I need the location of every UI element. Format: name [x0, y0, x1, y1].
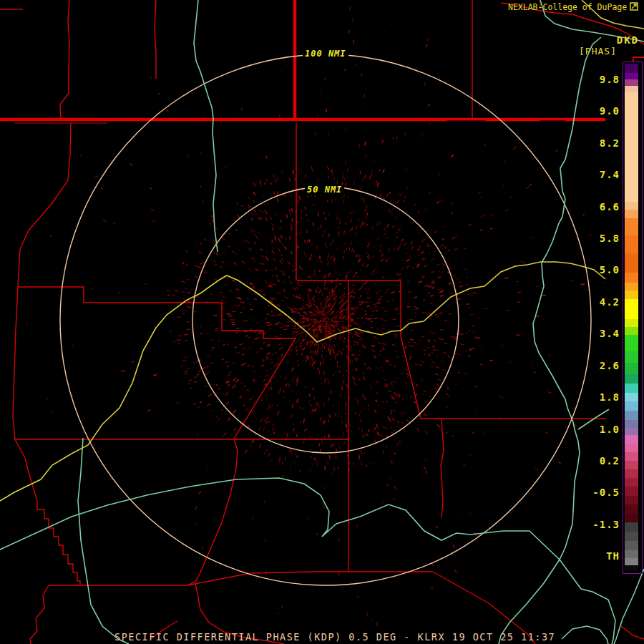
clutter-speck [424, 208, 426, 210]
clutter-speck [339, 307, 342, 309]
clutter-speck [327, 264, 328, 266]
clutter-speck [423, 349, 426, 351]
colorbar-segment [625, 335, 638, 351]
clutter-speck [306, 214, 307, 216]
clutter-speck [403, 200, 405, 203]
clutter-speck [426, 243, 429, 245]
river-line [194, 0, 218, 252]
clutter-speck [200, 326, 202, 327]
clutter-speck [210, 339, 213, 341]
clutter-speck [184, 373, 188, 375]
clutter-speck [237, 305, 240, 306]
clutter-speck [339, 366, 341, 368]
clutter-speck [223, 238, 225, 240]
clutter-speck [343, 338, 346, 340]
clutter-speck [409, 255, 411, 257]
clutter-speck [293, 177, 295, 181]
clutter-speck [376, 423, 379, 426]
clutter-speck [475, 386, 477, 387]
clutter-speck [79, 154, 82, 157]
clutter-speck [277, 403, 279, 406]
radar-map-canvas[interactable] [0, 0, 644, 644]
clutter-speck [366, 612, 368, 616]
clutter-speck [358, 259, 361, 263]
clutter-speck [439, 291, 443, 293]
clutter-speck [260, 348, 263, 350]
clutter-speck [251, 410, 254, 414]
clutter-speck [260, 364, 264, 367]
clutter-speck [361, 106, 362, 107]
county-boundary-line [15, 439, 80, 585]
clutter-speck [72, 345, 74, 346]
clutter-speck [396, 308, 399, 309]
clutter-speck [443, 246, 447, 249]
clutter-speck [414, 203, 416, 205]
clutter-speck [355, 399, 357, 401]
clutter-speck [252, 366, 254, 367]
clutter-speck [418, 233, 420, 235]
clutter-speck [215, 328, 218, 329]
clutter-speck [379, 249, 382, 252]
clutter-speck [419, 249, 421, 251]
clutter-speck [356, 225, 358, 230]
clutter-speck [235, 253, 238, 255]
clutter-speck [383, 347, 385, 348]
clutter-speck [232, 250, 234, 253]
box-arrow-icon[interactable] [630, 2, 638, 13]
clutter-speck [268, 452, 271, 457]
clutter-speck [429, 332, 432, 333]
clutter-speck [394, 336, 396, 338]
clutter-speck [212, 260, 215, 263]
clutter-speck [423, 466, 426, 469]
clutter-speck [407, 341, 410, 343]
clutter-speck [404, 347, 407, 349]
clutter-speck [172, 294, 175, 296]
clutter-speck [401, 372, 404, 374]
colorbar-segment [625, 461, 638, 469]
clutter-speck [278, 315, 279, 316]
clutter-speck [333, 467, 335, 471]
clutter-speck [429, 318, 431, 319]
clutter-speck [200, 333, 203, 334]
clutter-speck [391, 417, 395, 421]
clutter-speck [425, 470, 428, 474]
clutter-speck [376, 368, 379, 371]
clutter-speck [273, 424, 275, 426]
clutter-speck [294, 341, 296, 343]
clutter-speck [415, 316, 416, 316]
clutter-speck [302, 299, 305, 302]
clutter-speck [281, 258, 284, 262]
clutter-speck [357, 341, 360, 343]
clutter-speck [247, 298, 249, 299]
clutter-speck [426, 245, 429, 248]
clutter-speck [304, 207, 306, 210]
clutter-speck [353, 210, 355, 213]
clutter-speck [265, 155, 268, 160]
clutter-speck [268, 405, 270, 409]
clutter-speck [338, 231, 338, 233]
clutter-speck [396, 200, 399, 203]
clutter-speck [315, 408, 316, 411]
clutter-speck [211, 410, 213, 411]
clutter-speck [429, 396, 431, 398]
clutter-speck [288, 209, 290, 213]
clutter-speck [407, 377, 409, 379]
clutter-speck [505, 209, 509, 212]
clutter-speck [430, 295, 434, 296]
clutter-speck [335, 296, 337, 298]
clutter-speck [509, 361, 511, 362]
clutter-speck [332, 239, 333, 240]
clutter-speck [300, 169, 301, 172]
clutter-speck [384, 311, 388, 312]
clutter-speck [444, 342, 447, 343]
clutter-speck [588, 234, 591, 236]
clutter-speck [333, 436, 334, 437]
colorbar-segment [625, 541, 638, 550]
clutter-speck [358, 218, 359, 221]
clutter-speck [321, 354, 322, 358]
clutter-speck [361, 450, 362, 454]
clutter-speck [427, 313, 431, 314]
clutter-speck [416, 428, 420, 431]
clutter-speck [299, 196, 301, 200]
clutter-speck [205, 333, 209, 334]
